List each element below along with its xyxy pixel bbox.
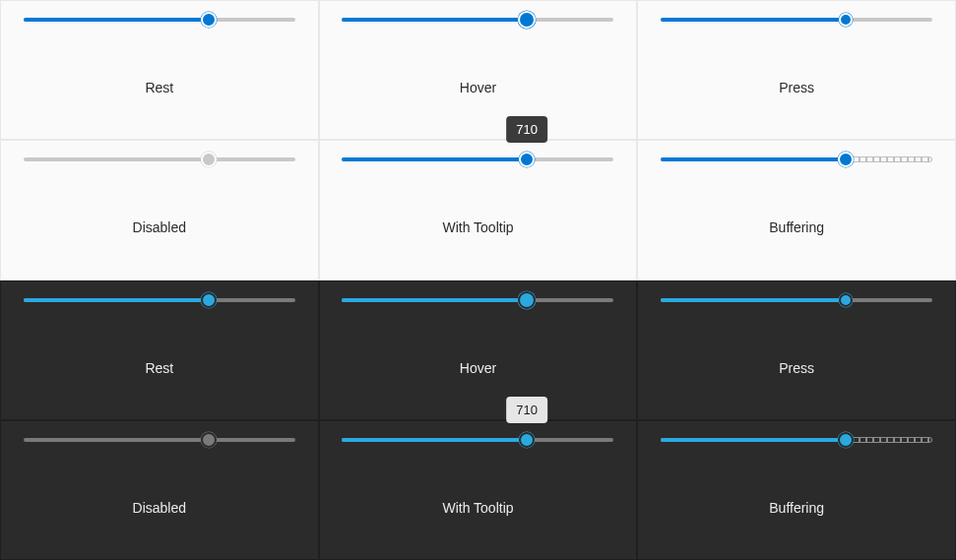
slider-track (24, 157, 295, 161)
slider-cell-dark-hover: Hover (319, 280, 638, 420)
slider-disabled (24, 431, 295, 449)
state-label: Disabled (133, 219, 186, 235)
slider-thumb[interactable] (519, 432, 535, 448)
slider-fill (24, 298, 209, 302)
slider-hover[interactable] (342, 11, 613, 29)
slider-cell-dark-rest: Rest (0, 280, 319, 420)
state-label: Disabled (133, 500, 186, 516)
slider-fill (342, 438, 527, 442)
slider-thumb[interactable] (519, 152, 535, 167)
slider-fill (661, 157, 846, 161)
slider-buffering[interactable] (661, 431, 932, 449)
state-label: Hover (460, 80, 496, 95)
state-label: With Tooltip (442, 219, 513, 235)
slider-cell-dark-disabled: Disabled (0, 420, 319, 560)
slider-thumb[interactable] (201, 292, 217, 308)
slider-with-tooltip[interactable]: 710 (342, 151, 613, 168)
slider-disabled (24, 151, 295, 168)
slider-cell-dark-press: Press (637, 280, 956, 420)
slider-press[interactable] (661, 291, 932, 309)
slider-cell-light-rest: Rest (0, 0, 319, 140)
slider-track (24, 438, 295, 442)
state-label: Hover (460, 360, 496, 376)
slider-thumb[interactable] (839, 13, 853, 27)
slider-buffer (846, 437, 932, 443)
slider-buffering[interactable] (661, 151, 932, 168)
slider-cell-light-tooltip: 710 With Tooltip (319, 140, 638, 280)
state-label: Rest (145, 360, 173, 376)
slider-hover[interactable] (342, 291, 613, 309)
slider-cell-light-disabled: Disabled (0, 140, 319, 280)
slider-thumb[interactable] (201, 12, 217, 28)
slider-thumb (201, 152, 217, 167)
slider-rest[interactable] (24, 291, 295, 309)
state-label: Buffering (769, 500, 824, 516)
slider-fill (342, 157, 527, 161)
state-label: Press (779, 80, 814, 95)
slider-thumb[interactable] (518, 291, 536, 309)
slider-thumb[interactable] (838, 432, 854, 448)
slider-cell-dark-buffering: Buffering (637, 420, 956, 560)
slider-rest[interactable] (24, 11, 295, 29)
state-label: Rest (145, 80, 173, 95)
slider-cell-light-hover: Hover (319, 0, 638, 140)
slider-fill (661, 438, 846, 442)
slider-fill (342, 298, 527, 302)
slider-buffer (846, 156, 932, 162)
slider-fill (661, 18, 846, 22)
slider-fill (342, 18, 527, 22)
slider-tooltip: 710 (506, 397, 547, 423)
state-label: With Tooltip (442, 500, 513, 516)
slider-thumb (201, 432, 217, 448)
slider-fill (661, 298, 846, 302)
slider-thumb[interactable] (838, 152, 854, 167)
slider-cell-dark-tooltip: 710 With Tooltip (319, 420, 638, 560)
slider-thumb[interactable] (518, 11, 536, 29)
slider-cell-light-press: Press (637, 0, 956, 140)
slider-tooltip: 710 (506, 116, 547, 143)
slider-fill (24, 18, 209, 22)
slider-with-tooltip[interactable]: 710 (342, 431, 613, 449)
slider-thumb[interactable] (839, 293, 853, 307)
slider-press[interactable] (661, 11, 932, 29)
state-label: Buffering (769, 219, 824, 235)
state-label: Press (779, 360, 814, 376)
slider-cell-light-buffering: Buffering (637, 140, 956, 280)
